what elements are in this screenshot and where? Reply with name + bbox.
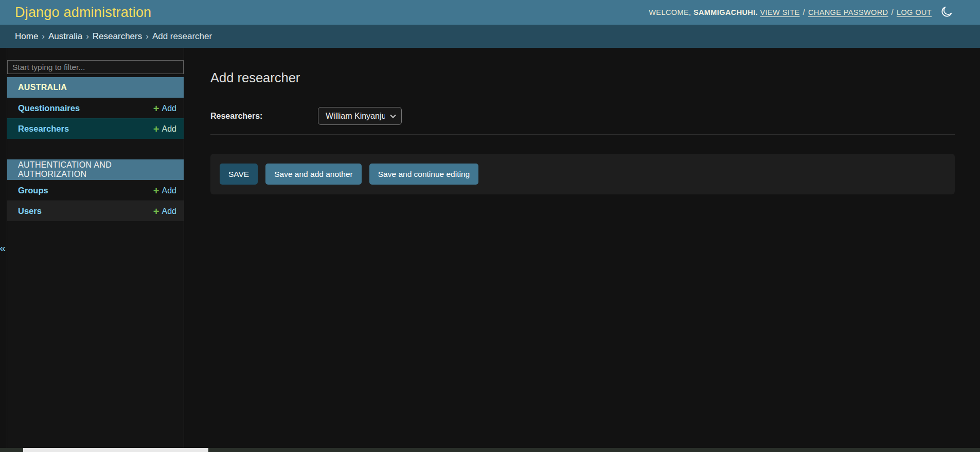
sidebar-collapse-icon: «: [0, 242, 5, 254]
nav-sidebar: AUSTRALIA Questionnaires + Add Researche…: [7, 48, 184, 448]
breadcrumb-model[interactable]: Researchers: [93, 31, 142, 42]
user-tools: WELCOME, SAMMIGACHUHI. VIEW SITE / CHANG…: [649, 5, 953, 20]
researchers-add-link[interactable]: + Add: [153, 124, 176, 134]
site-title-link[interactable]: Django administration: [15, 5, 151, 21]
add-label: Add: [162, 186, 176, 195]
sidebar-section-header-australia: AUSTRALIA: [7, 77, 184, 98]
sidebar-section-header-auth: AUTHENTICATION AND AUTHORIZATION: [7, 159, 184, 180]
researchers-field-label: Researchers:: [210, 112, 318, 121]
add-icon: +: [153, 186, 159, 196]
sidebar-section-link-australia[interactable]: AUSTRALIA: [18, 83, 67, 92]
submit-row: SAVE Save and add another Save and conti…: [210, 154, 955, 194]
researchers-select-wrap: William Kinyanjui: [318, 107, 402, 125]
content-area: Add researcher Researchers: William Kiny…: [184, 48, 980, 448]
add-icon: +: [153, 206, 159, 216]
groups-add-link[interactable]: + Add: [153, 186, 176, 196]
sidebar-item-researchers: Researchers + Add: [7, 118, 184, 139]
add-label: Add: [162, 104, 176, 113]
save-button[interactable]: SAVE: [220, 164, 258, 185]
questionnaires-link[interactable]: Questionnaires: [18, 103, 80, 113]
main-area: « AUSTRALIA Questionnaires + Add Researc…: [0, 48, 980, 448]
breadcrumb: Home › Australia › Researchers › Add res…: [0, 25, 980, 48]
view-site-link[interactable]: VIEW SITE: [760, 8, 800, 16]
add-icon: +: [153, 103, 159, 114]
horizontal-scrollbar-track[interactable]: [0, 448, 980, 452]
sidebar-module-auth: AUTHENTICATION AND AUTHORIZATION Groups …: [7, 159, 184, 221]
sidebar-toggle-button[interactable]: «: [0, 48, 7, 448]
breadcrumb-home[interactable]: Home: [15, 31, 38, 42]
add-label: Add: [162, 207, 176, 216]
log-out-link[interactable]: LOG OUT: [897, 8, 932, 16]
save-and-continue-editing-button[interactable]: Save and continue editing: [369, 164, 478, 185]
questionnaires-add-link[interactable]: + Add: [153, 103, 176, 114]
groups-link[interactable]: Groups: [18, 186, 48, 195]
breadcrumb-app[interactable]: Australia: [48, 31, 82, 42]
sidebar-item-questionnaires: Questionnaires + Add: [7, 98, 184, 118]
breadcrumb-separator: ›: [42, 31, 45, 42]
sidebar-item-groups: Groups + Add: [7, 180, 184, 201]
moon-icon: [940, 5, 953, 20]
horizontal-scrollbar-thumb[interactable]: [23, 448, 208, 452]
add-label: Add: [162, 124, 176, 134]
researchers-link[interactable]: Researchers: [18, 124, 69, 134]
breadcrumb-separator: ›: [86, 31, 89, 42]
link-separator: /: [803, 8, 805, 16]
sidebar-section-link-auth[interactable]: AUTHENTICATION AND AUTHORIZATION: [18, 160, 173, 179]
theme-toggle-button[interactable]: [940, 5, 953, 20]
welcome-text: WELCOME,: [649, 8, 691, 16]
users-link[interactable]: Users: [18, 206, 42, 216]
sidebar-filter-input[interactable]: [7, 60, 184, 74]
page-title: Add researcher: [210, 70, 955, 85]
breadcrumb-separator: ›: [146, 31, 149, 42]
researchers-select[interactable]: William Kinyanjui: [318, 107, 402, 125]
sidebar-item-users: Users + Add: [7, 201, 184, 221]
link-separator: /: [892, 8, 894, 16]
username: SAMMIGACHUHI.: [693, 8, 758, 16]
researchers-form-row: Researchers: William Kinyanjui: [210, 99, 955, 135]
save-and-add-another-button[interactable]: Save and add another: [265, 164, 362, 185]
users-add-link[interactable]: + Add: [153, 206, 176, 216]
add-icon: +: [153, 124, 159, 134]
breadcrumb-current: Add researcher: [152, 31, 212, 42]
header: Django administration WELCOME, SAMMIGACH…: [0, 0, 980, 25]
change-password-link[interactable]: CHANGE PASSWORD: [808, 8, 888, 16]
sidebar-module-australia: AUSTRALIA Questionnaires + Add Researche…: [7, 77, 184, 139]
